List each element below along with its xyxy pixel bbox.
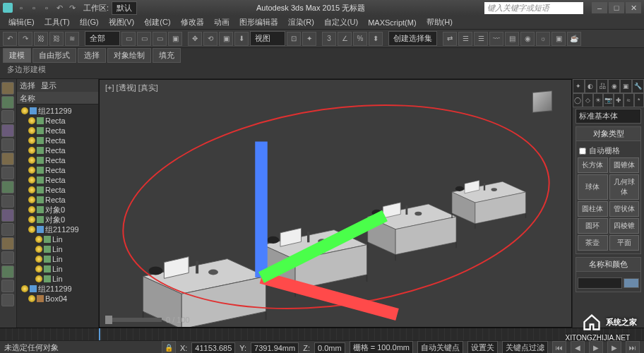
- tree-item[interactable]: Lin: [18, 244, 97, 254]
- visibility-bulb-icon[interactable]: [35, 246, 42, 253]
- menu-tools[interactable]: 工具(T): [40, 16, 74, 29]
- select-button[interactable]: ▭: [121, 32, 136, 46]
- visibility-bulb-icon[interactable]: [35, 265, 42, 273]
- snap-toggle-button[interactable]: 3: [322, 32, 336, 46]
- panel-tab-hierarchy-icon[interactable]: 品: [597, 79, 609, 93]
- primitive-button[interactable]: 管状体: [609, 201, 640, 217]
- tree-item[interactable]: Recta: [18, 165, 97, 175]
- tool-icon[interactable]: [1, 294, 14, 306]
- help-search-input[interactable]: 键入关键字或短语: [484, 2, 583, 14]
- menu-customize[interactable]: 自定义(U): [320, 16, 362, 29]
- place-button[interactable]: ⬇: [234, 32, 249, 46]
- visibility-bulb-icon[interactable]: [28, 167, 35, 174]
- visibility-bulb-icon[interactable]: [28, 176, 35, 184]
- primitive-button[interactable]: 四棱锥: [609, 218, 640, 234]
- redo-button[interactable]: ↷: [18, 32, 32, 46]
- primitive-button[interactable]: 圆柱体: [578, 201, 608, 217]
- coord-z-input[interactable]: 0.0mm: [314, 342, 345, 354]
- maximize-button[interactable]: □: [609, 2, 624, 13]
- create-light-icon[interactable]: ☀: [593, 93, 603, 107]
- angle-snap-button[interactable]: ∠: [338, 32, 352, 46]
- tool-icon[interactable]: [1, 110, 14, 123]
- tool-icon[interactable]: [1, 167, 14, 179]
- tool-icon[interactable]: [1, 195, 14, 208]
- visibility-bulb-icon[interactable]: [35, 275, 42, 282]
- visibility-bulb-icon[interactable]: [28, 157, 35, 164]
- play-prev-icon[interactable]: ◀: [571, 341, 585, 354]
- scale-button[interactable]: ▣: [219, 32, 233, 46]
- ribbon-tab-objpaint[interactable]: 对象绘制: [107, 48, 151, 63]
- primitive-button[interactable]: 圆锥体: [609, 157, 640, 173]
- visibility-bulb-icon[interactable]: [28, 137, 35, 144]
- menu-render[interactable]: 渲染(R): [284, 16, 318, 29]
- outliner-mode-select[interactable]: 选择: [20, 80, 35, 91]
- rollout-objtype-header[interactable]: 对象类型: [576, 126, 641, 141]
- tree-item[interactable]: 对象0: [18, 215, 97, 225]
- ribbon-tab-populate[interactable]: 填充: [153, 48, 181, 63]
- menu-grapheditor[interactable]: 图形编辑器: [235, 16, 282, 29]
- tree-item[interactable]: 对象0: [18, 205, 97, 215]
- visibility-bulb-icon[interactable]: [35, 236, 42, 243]
- time-slider[interactable]: 0 / 100: [105, 316, 190, 324]
- ribbon-tab-modeling[interactable]: 建模: [3, 48, 31, 63]
- tree-item[interactable]: Recta: [18, 116, 97, 126]
- selection-filter-dropdown[interactable]: 全部: [85, 31, 120, 46]
- render-button[interactable]: ☕: [567, 32, 581, 46]
- tree-item[interactable]: Recta: [18, 185, 97, 195]
- outliner-tree[interactable]: 组211299RectaRectaRectaRectaRectaRectaRec…: [17, 104, 98, 328]
- qat-open-icon[interactable]: ▫: [28, 2, 40, 13]
- panel-tab-create-icon[interactable]: ✦: [573, 79, 585, 93]
- visibility-bulb-icon[interactable]: [28, 186, 35, 193]
- tool-icon[interactable]: [1, 237, 14, 250]
- primitive-button[interactable]: 平面: [609, 235, 640, 251]
- move-button[interactable]: ✥: [188, 32, 202, 46]
- primitive-button[interactable]: 圆环: [578, 218, 608, 234]
- tree-item[interactable]: Recta: [18, 175, 97, 185]
- link-button[interactable]: ⛓: [34, 32, 48, 46]
- tool-icon[interactable]: [1, 124, 14, 137]
- tree-item[interactable]: Lin: [18, 264, 97, 274]
- tool-icon[interactable]: [1, 82, 14, 95]
- tool-icon[interactable]: [1, 138, 14, 151]
- panel-tab-modify-icon[interactable]: ◐: [585, 79, 597, 93]
- mirror-button[interactable]: ⇄: [443, 32, 457, 46]
- menu-maxscript[interactable]: MAXScript(M): [364, 17, 420, 28]
- menu-modifiers[interactable]: 修改器: [177, 16, 208, 29]
- workspace-dropdown[interactable]: 默认: [112, 1, 137, 15]
- tree-item[interactable]: Recta: [18, 155, 97, 165]
- qat-new-icon[interactable]: ▫: [16, 2, 27, 13]
- create-helper-icon[interactable]: ✚: [614, 93, 624, 107]
- tool-icon[interactable]: [1, 209, 14, 222]
- named-selset-dropdown[interactable]: 创建选择集: [388, 31, 437, 46]
- refcoord-dropdown[interactable]: 视图: [250, 31, 285, 46]
- tool-icon[interactable]: [1, 152, 14, 165]
- rotate-button[interactable]: ⟲: [203, 32, 217, 46]
- menu-create[interactable]: 创建(C): [140, 16, 174, 29]
- menu-help[interactable]: 帮助(H): [422, 16, 457, 29]
- tool-icon[interactable]: [1, 96, 14, 109]
- create-geom-icon[interactable]: ◯: [573, 93, 583, 107]
- visibility-bulb-icon[interactable]: [28, 226, 35, 233]
- visibility-bulb-icon[interactable]: [28, 127, 35, 134]
- tool-icon[interactable]: [1, 251, 14, 264]
- panel-tab-motion-icon[interactable]: ◉: [608, 79, 620, 93]
- lock-selection-icon[interactable]: 🔒: [162, 341, 176, 354]
- ribbon-tab-freeform[interactable]: 自由形式: [32, 48, 76, 63]
- align-button[interactable]: ☰: [458, 32, 472, 46]
- curve-editor-button[interactable]: 〰: [489, 32, 503, 46]
- menu-view[interactable]: 视图(V): [105, 16, 139, 29]
- tree-item[interactable]: Lin: [18, 234, 97, 244]
- select-name-button[interactable]: ▭: [137, 32, 151, 46]
- tree-item[interactable]: Recta: [18, 195, 97, 205]
- create-shape-icon[interactable]: ◇: [583, 93, 592, 107]
- tool-icon[interactable]: [1, 265, 14, 278]
- play-start-icon[interactable]: ⏮: [552, 341, 566, 354]
- tool-icon[interactable]: [1, 280, 14, 292]
- tree-item[interactable]: Recta: [18, 145, 97, 155]
- coord-x-input[interactable]: 41153.685: [191, 342, 235, 354]
- bind-button[interactable]: ≋: [65, 32, 79, 46]
- visibility-bulb-icon[interactable]: [21, 285, 28, 292]
- material-editor-button[interactable]: ◉: [520, 32, 535, 46]
- tool-icon[interactable]: [1, 181, 14, 193]
- create-space-icon[interactable]: ≈: [624, 93, 633, 107]
